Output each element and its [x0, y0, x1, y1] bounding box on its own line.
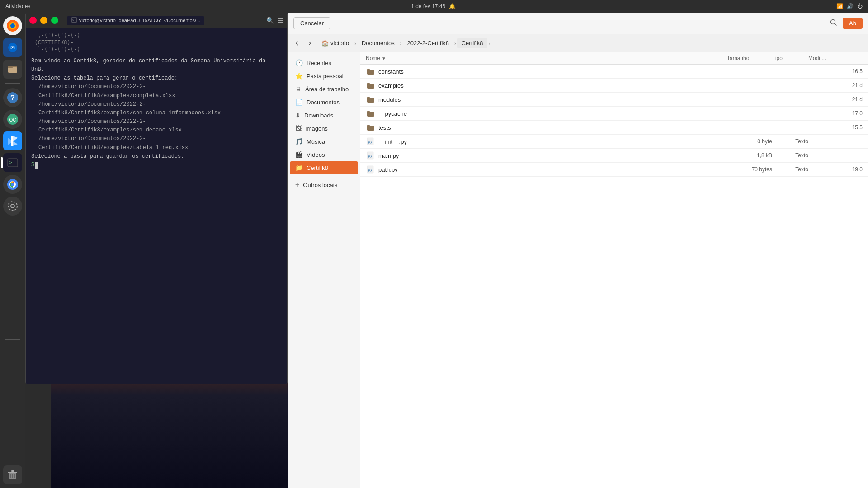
- svg-point-2: [10, 23, 15, 28]
- file-size-main: 1,8 kB: [727, 152, 772, 159]
- breadcrumb-certifik8[interactable]: Certifik8: [457, 38, 488, 48]
- maximize-button[interactable]: □: [51, 17, 58, 24]
- svg-point-31: [831, 19, 835, 24]
- document-icon: 📄: [295, 99, 303, 106]
- col-type-header[interactable]: Tipo: [772, 55, 808, 61]
- taskbar-icon-trash[interactable]: [3, 465, 22, 484]
- sidebar-item-musica[interactable]: 🎵 Música: [290, 135, 358, 148]
- taskbar-icon-firefox[interactable]: [3, 16, 22, 35]
- cancel-button[interactable]: Cancelar: [293, 17, 330, 29]
- file-list-header: Nome ▼ Tamanho Tipo Modif...: [360, 52, 868, 65]
- svg-marker-14: [13, 136, 18, 141]
- forward-arrow-icon: [307, 41, 312, 46]
- terminal-line-2: Bem-vindo ao Certik8, gerador de certifi…: [31, 57, 282, 74]
- star-icon: ⭐: [295, 72, 303, 80]
- file-type-main: Texto: [772, 152, 808, 159]
- main-area: × − □ >_ victorio@victorio-IdeaPad-3-15A…: [25, 13, 868, 488]
- file-row-tests[interactable]: tests 15:5: [360, 121, 868, 135]
- search-button[interactable]: [828, 17, 839, 30]
- file-name-path: py path.py: [366, 165, 727, 174]
- file-row-modules[interactable]: modules 21 d: [360, 93, 868, 107]
- datetime-label: 1 de fev 17:46: [411, 3, 445, 9]
- sidebar-item-videos-label: Vídeos: [307, 151, 325, 158]
- col-modified-header[interactable]: Modif...: [808, 55, 863, 61]
- sidebar-item-area-trabalho[interactable]: 🖥 Área de trabalho: [290, 83, 358, 95]
- volume-icon: 🔊: [847, 3, 854, 9]
- breadcrumb-documentos[interactable]: Documentos: [357, 38, 399, 48]
- file-size-init: 0 byte: [727, 138, 772, 145]
- sidebar-item-outros-locais-label: Outros locais: [303, 182, 337, 188]
- sidebar-item-downloads[interactable]: ⬇ Downloads: [290, 109, 358, 122]
- terminal-window: × − □ >_ victorio@victorio-IdeaPad-3-15A…: [25, 13, 288, 384]
- terminal-line-7: /home/victorio/Documentos/2022-2-Certifi…: [31, 117, 282, 135]
- activities-label[interactable]: Atividades: [5, 3, 30, 9]
- forward-button[interactable]: [304, 39, 315, 48]
- sidebar-item-documentos[interactable]: 📄 Documentos: [290, 96, 358, 108]
- file-row-path[interactable]: py path.py 70 bytes Texto 19:0: [360, 163, 868, 177]
- music-icon: 🎵: [295, 138, 303, 145]
- taskbar-icon-terminal[interactable]: >_: [3, 153, 22, 172]
- file-name-constants: constants: [366, 67, 727, 76]
- open-button[interactable]: Ab: [843, 18, 863, 29]
- file-modified-constants: 16:5: [808, 68, 863, 75]
- back-button[interactable]: [292, 39, 302, 48]
- breadcrumb-2022[interactable]: 2022-2-Certifik8: [403, 38, 454, 48]
- file-sidebar: 🕐 Recentes ⭐ Pasta pessoal 🖥 Área de tra…: [288, 52, 360, 488]
- taskbar-icon-vscode[interactable]: [3, 131, 22, 150]
- file-dialog-header: Cancelar Ab: [288, 13, 868, 34]
- bell-icon: 🔔: [449, 3, 456, 9]
- file-row-examples[interactable]: examples 21 d: [360, 79, 868, 93]
- taskbar-icon-thunderbird[interactable]: ✉: [3, 38, 22, 57]
- file-list-container: Nome ▼ Tamanho Tipo Modif...: [360, 52, 868, 488]
- sidebar-separator: [292, 176, 356, 176]
- breadcrumb-home[interactable]: 🏠 victorio: [317, 38, 354, 48]
- taskbar-icon-files[interactable]: [3, 60, 22, 79]
- menu-terminal-icon[interactable]: ☰: [278, 17, 283, 24]
- wifi-icon: 📶: [836, 3, 843, 9]
- taskbar-icon-help[interactable]: ?: [3, 88, 22, 107]
- breadcrumb-sep-3: ›: [454, 41, 456, 46]
- breadcrumb-sep-4: ›: [488, 41, 490, 46]
- py-icon-init: py: [366, 137, 375, 146]
- terminal-prompt[interactable]: $: [31, 161, 282, 169]
- sidebar-item-documentos-label: Documentos: [307, 99, 340, 106]
- col-size-header[interactable]: Tamanho: [727, 55, 772, 61]
- taskbar-icon-chrome[interactable]: [3, 175, 22, 194]
- sidebar-item-imagens[interactable]: 🖼 Imagens: [290, 122, 358, 135]
- file-row-pycache[interactable]: __pycache__ 17:0: [360, 107, 868, 121]
- file-name-init: py __init__.py: [366, 137, 727, 146]
- breadcrumb-sep-2: ›: [400, 41, 402, 46]
- svg-text:✉: ✉: [10, 45, 15, 51]
- sidebar-item-outros-locais[interactable]: + Outros locais: [290, 178, 358, 192]
- col-modified-label: Modif...: [808, 55, 826, 61]
- svg-point-21: [11, 204, 14, 208]
- file-name-pycache-text: __pycache__: [378, 110, 413, 117]
- sidebar-item-certifik8-label: Certifik8: [307, 164, 328, 171]
- search-icon: [830, 19, 837, 26]
- taskbar-icon-octave[interactable]: OC: [3, 110, 22, 129]
- svg-line-32: [835, 23, 837, 25]
- search-terminal-icon[interactable]: 🔍: [266, 17, 274, 24]
- svg-rect-24: [8, 472, 17, 473]
- ascii-art: ,-(')-(')-(-) (CERTIFIK8)- `-(')-(')-(-): [31, 32, 282, 53]
- svg-text:OC: OC: [9, 117, 16, 122]
- file-name-tests: tests: [366, 123, 727, 132]
- file-name-path-text: path.py: [378, 166, 398, 173]
- svg-text:>_: >_: [9, 160, 15, 165]
- file-row-init[interactable]: py __init__.py 0 byte Texto: [360, 135, 868, 149]
- minimize-button[interactable]: −: [40, 17, 47, 24]
- svg-text:>_: >_: [72, 19, 76, 22]
- sidebar-item-videos[interactable]: 🎬 Vídeos: [290, 148, 358, 161]
- sidebar-item-certifik8[interactable]: 📁 Certifik8: [290, 161, 358, 174]
- file-row-main[interactable]: py main.py 1,8 kB Texto: [360, 149, 868, 163]
- breadcrumb-2022-label: 2022-2-Certifik8: [407, 40, 449, 47]
- sidebar-item-pasta-pessoal[interactable]: ⭐ Pasta pessoal: [290, 70, 358, 82]
- taskbar-icon-settings[interactable]: [3, 197, 22, 216]
- svg-marker-15: [13, 141, 18, 146]
- close-button[interactable]: ×: [29, 17, 37, 24]
- folder-icon-constants: [366, 67, 375, 76]
- sidebar-item-recentes[interactable]: 🕐 Recentes: [290, 56, 358, 69]
- col-name-header[interactable]: Nome ▼: [366, 55, 727, 61]
- svg-text:py: py: [368, 154, 373, 158]
- file-row-constants[interactable]: constants 16:5: [360, 65, 868, 79]
